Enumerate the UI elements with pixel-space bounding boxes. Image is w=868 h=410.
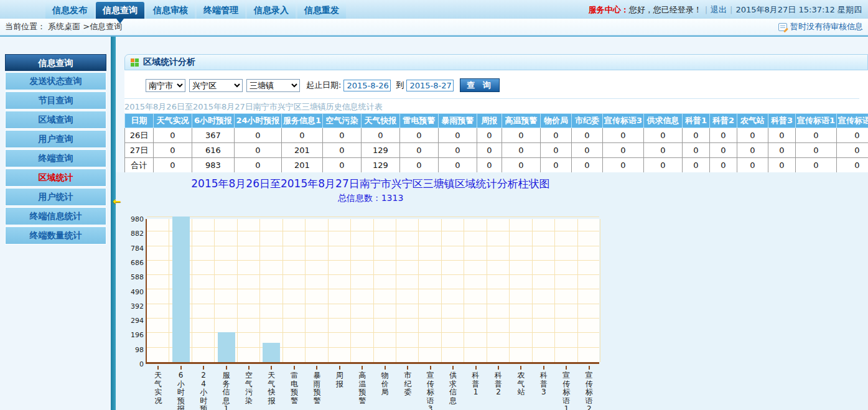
table-cell: 0 bbox=[400, 158, 439, 173]
collapse-sidebar-arrow-icon[interactable]: ← bbox=[113, 195, 121, 207]
y-axis-tick-label: 980 bbox=[129, 215, 144, 223]
table-cell: 0 bbox=[683, 158, 710, 173]
x-axis-tick bbox=[271, 366, 272, 370]
table-cell: 0 bbox=[439, 158, 477, 173]
query-button[interactable]: 查 询 bbox=[460, 78, 500, 92]
x-axis-category-label: 天 气 快 报 bbox=[268, 371, 275, 405]
gridline bbox=[532, 219, 533, 362]
table-cell: 201 bbox=[282, 143, 323, 158]
table-cell: 0 bbox=[644, 158, 683, 173]
x-axis-tick bbox=[520, 366, 521, 370]
panel-header: 区域统计分析 bbox=[124, 54, 868, 70]
table-cell: 0 bbox=[541, 143, 572, 158]
table-cell: 0 bbox=[154, 128, 192, 143]
x-axis-category-label: 宣 传 标 语 2 bbox=[586, 371, 593, 410]
logout-link[interactable]: 退出 bbox=[711, 5, 727, 14]
table-cell: 129 bbox=[362, 143, 400, 158]
gridline bbox=[237, 219, 238, 362]
sidebar-item[interactable]: 终端数量统计 bbox=[5, 226, 106, 245]
x-axis-tick bbox=[294, 366, 295, 370]
table-cell: 0 bbox=[572, 143, 603, 158]
x-axis-category-label: 供 求 信 息 bbox=[449, 371, 457, 405]
chart-section: 2015年8月26日至2015年8月27日南宁市兴宁区三塘镇区域统计分析柱状图 … bbox=[116, 172, 868, 410]
table-header-cell: 周报 bbox=[477, 114, 502, 128]
x-axis-category-label: 周 报 bbox=[336, 371, 343, 388]
datetime-text: 2015年8月27日 15:37:12 星期四 bbox=[735, 5, 862, 14]
x-axis-category-label: 科 普 2 bbox=[495, 371, 502, 397]
end-date-input[interactable] bbox=[406, 80, 454, 91]
table-cell: 0 bbox=[154, 143, 192, 158]
table-cell: 0 bbox=[768, 143, 796, 158]
district-select[interactable]: 兴宁区 bbox=[189, 79, 243, 92]
stats-table-title: 2015年8月26日至2015年8月27日南宁市兴宁区三塘镇历史信息统计表 bbox=[124, 101, 868, 113]
x-axis-category-label: 天 气 实 况 bbox=[154, 371, 162, 405]
main-panel: 区域统计分析 南宁市 兴宁区 三塘镇 起止日期: 到 查 询 2015年8月26… bbox=[116, 37, 868, 410]
table-cell: 0 bbox=[603, 143, 644, 158]
sidebar-item[interactable]: 发送状态查询 bbox=[5, 72, 106, 90]
sidebar-item[interactable]: 区域统计 bbox=[5, 169, 106, 187]
table-cell: 201 bbox=[282, 158, 323, 173]
table-header-cell: 宣传标语2 bbox=[837, 114, 868, 128]
table-cell: 0 bbox=[572, 128, 603, 143]
table-cell: 0 bbox=[323, 128, 362, 143]
chart-subtitle: 总信息数：1313 bbox=[129, 193, 612, 204]
gridline bbox=[577, 219, 578, 362]
x-axis-tick bbox=[316, 366, 317, 370]
sidebar-item[interactable]: 节目查询 bbox=[5, 91, 106, 109]
table-cell: 0 bbox=[235, 143, 282, 158]
audit-status-text: 暂时没有待审核信息 bbox=[790, 19, 863, 35]
breadcrumb-separator: > bbox=[83, 22, 90, 31]
table-cell: 0 bbox=[282, 128, 323, 143]
table-header-cell: 高温预警 bbox=[502, 114, 541, 128]
sidebar-item[interactable]: 终端查询 bbox=[5, 149, 106, 167]
nav-tab[interactable]: 信息重发 bbox=[297, 2, 346, 19]
breadcrumb-desktop-link[interactable]: 系统桌面 bbox=[48, 22, 80, 31]
nav-tab[interactable]: 信息录入 bbox=[247, 2, 296, 19]
table-header-cell: 市纪委 bbox=[572, 114, 603, 128]
table-cell: 0 bbox=[796, 143, 837, 158]
table-cell: 0 bbox=[362, 128, 400, 143]
table-cell: 0 bbox=[837, 128, 868, 143]
table-cell: 0 bbox=[644, 143, 683, 158]
date-range-label: 起止日期: bbox=[306, 80, 341, 91]
nav-tab[interactable]: 信息发布 bbox=[45, 2, 94, 19]
table-header-cell: 24小时预报 bbox=[235, 114, 282, 128]
table-cell: 0 bbox=[683, 143, 710, 158]
nav-tab[interactable]: 终端管理 bbox=[197, 2, 245, 19]
table-header-cell: 宣传标语3 bbox=[603, 114, 644, 128]
sidebar-splitter[interactable] bbox=[111, 37, 116, 410]
nav-tab[interactable]: 信息审核 bbox=[146, 2, 195, 19]
filter-row: 南宁市 兴宁区 三塘镇 起止日期: 到 查 询 bbox=[124, 70, 868, 92]
x-axis-tick bbox=[430, 366, 431, 370]
start-date-input[interactable] bbox=[343, 80, 391, 91]
sidebar-item[interactable]: 区域查询 bbox=[5, 111, 106, 129]
nav-tab[interactable]: 信息查询 bbox=[96, 2, 144, 19]
bar bbox=[263, 343, 280, 362]
gridline bbox=[509, 219, 510, 362]
x-axis-category-label: 6 小 时 预 报 bbox=[177, 371, 185, 410]
y-axis-tick-label: 686 bbox=[129, 259, 144, 267]
panel-title: 区域统计分析 bbox=[143, 57, 195, 68]
sidebar-item[interactable]: 用户统计 bbox=[5, 188, 106, 206]
sidebar-item[interactable]: 用户查询 bbox=[5, 130, 106, 148]
table-header-cell: 天气实况 bbox=[154, 114, 192, 128]
table-cell: 0 bbox=[235, 128, 282, 143]
stats-table: 日期天气实况6小时预报24小时预报服务信息1空气污染天气快报雷电预警暴雨预警周报… bbox=[124, 113, 868, 173]
x-axis-category-label: 雷 电 预 警 bbox=[291, 371, 298, 405]
table-cell: 0 bbox=[502, 143, 541, 158]
town-select[interactable]: 三塘镇 bbox=[246, 79, 300, 92]
table-header-cell: 供求信息 bbox=[644, 114, 683, 128]
x-axis-tick bbox=[475, 366, 477, 370]
bar-chart: 098196294392490588686784882980天 气 实 况6 小… bbox=[129, 204, 612, 410]
x-axis-tick bbox=[543, 366, 544, 370]
table-cell: 0 bbox=[768, 128, 796, 143]
table-cell: 0 bbox=[541, 128, 572, 143]
city-select[interactable]: 南宁市 bbox=[146, 79, 185, 92]
table-cell: 0 bbox=[737, 143, 768, 158]
table-header-cell: 6小时预报 bbox=[192, 114, 235, 128]
table-cell: 0 bbox=[603, 158, 644, 173]
x-axis-category-label: 科 普 1 bbox=[472, 371, 480, 397]
gridline bbox=[192, 219, 192, 362]
table-cell: 0 bbox=[644, 128, 683, 143]
sidebar-item[interactable]: 终端信息统计 bbox=[5, 207, 106, 225]
